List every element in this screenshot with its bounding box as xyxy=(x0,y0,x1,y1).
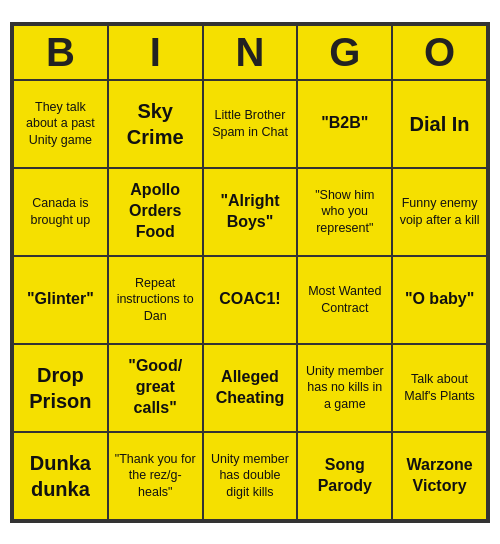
bingo-cell-17: Alleged Cheating xyxy=(203,344,298,432)
bingo-cell-20: Dunka dunka xyxy=(13,432,108,520)
bingo-cell-1: Sky Crime xyxy=(108,80,203,168)
bingo-cell-7: "Alright Boys" xyxy=(203,168,298,256)
bingo-grid: They talk about a past Unity gameSky Cri… xyxy=(13,80,487,520)
bingo-cell-2: Little Brother Spam in Chat xyxy=(203,80,298,168)
bingo-cell-11: Repeat instructions to Dan xyxy=(108,256,203,344)
bingo-cell-5: Canada is brought up xyxy=(13,168,108,256)
bingo-cell-23: Song Parody xyxy=(297,432,392,520)
bingo-letter-g: G xyxy=(297,25,392,80)
bingo-cell-13: Most Wanted Contract xyxy=(297,256,392,344)
bingo-letter-b: B xyxy=(13,25,108,80)
bingo-cell-15: Drop Prison xyxy=(13,344,108,432)
bingo-cell-9: Funny enemy voip after a kill xyxy=(392,168,487,256)
bingo-cell-10: "Glinter" xyxy=(13,256,108,344)
bingo-cell-24: Warzone Victory xyxy=(392,432,487,520)
bingo-cell-6: Apollo Orders Food xyxy=(108,168,203,256)
bingo-cell-19: Talk about Malf's Plants xyxy=(392,344,487,432)
bingo-card: BINGO They talk about a past Unity gameS… xyxy=(10,22,490,523)
bingo-cell-3: "B2B" xyxy=(297,80,392,168)
bingo-cell-21: "Thank you for the rez/g-heals" xyxy=(108,432,203,520)
bingo-header: BINGO xyxy=(13,25,487,80)
bingo-cell-16: "Good/ great calls" xyxy=(108,344,203,432)
bingo-letter-o: O xyxy=(392,25,487,80)
bingo-letter-n: N xyxy=(203,25,298,80)
bingo-cell-18: Unity member has no kills in a game xyxy=(297,344,392,432)
bingo-cell-12: COAC1! xyxy=(203,256,298,344)
bingo-cell-8: "Show him who you represent" xyxy=(297,168,392,256)
bingo-cell-0: They talk about a past Unity game xyxy=(13,80,108,168)
bingo-cell-22: Unity member has double digit kills xyxy=(203,432,298,520)
bingo-cell-4: Dial In xyxy=(392,80,487,168)
bingo-letter-i: I xyxy=(108,25,203,80)
bingo-cell-14: "O baby" xyxy=(392,256,487,344)
